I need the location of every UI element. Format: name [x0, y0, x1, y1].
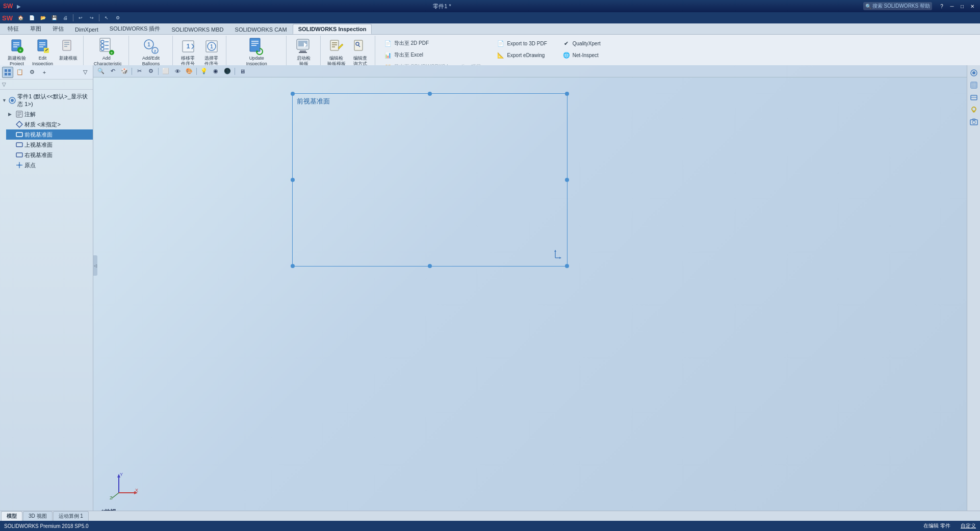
tab-sw-plugins[interactable]: SOLIDWORKS 插件: [104, 23, 166, 34]
tab-sw-cam[interactable]: SOLIDWORKS CAM: [229, 24, 293, 34]
move-seq-btn[interactable]: 1 移移零件序号: [177, 37, 199, 69]
export-edrawing-btn[interactable]: 📐 Export eDrawing: [493, 49, 550, 61]
net-inspect-btn[interactable]: 🌐 Net-Inspect: [559, 49, 604, 61]
lights-right-btn[interactable]: [968, 104, 979, 115]
annotations-item[interactable]: ▶ 注解: [6, 109, 93, 119]
origin-item[interactable]: 原点: [6, 160, 93, 170]
close-btn[interactable]: ✕: [968, 2, 977, 10]
minimize-btn[interactable]: ─: [947, 2, 957, 10]
view-toolbar: 🔍 ↶ 🎲 ✂ ⚙ ⬜ 👁 🎨 💡 ◉ 🌑 🖥: [93, 65, 967, 77]
zoom-to-fit-btn[interactable]: 🔍: [95, 66, 107, 76]
scene-right-btn[interactable]: [968, 79, 979, 91]
svg-rect-51: [5, 69, 7, 72]
tab-3d-view[interactable]: 3D 视图: [23, 511, 53, 521]
right-panel: [967, 65, 980, 521]
update-inspection-btn[interactable]: UpdateInspectionProject: [243, 37, 270, 69]
status-editing: 在编辑 零件: [923, 522, 950, 529]
new-template-label: 新建模板: [59, 56, 78, 61]
open-btn[interactable]: 📂: [38, 13, 48, 22]
cameras-right-btn[interactable]: [968, 116, 979, 127]
update-icon: [248, 38, 265, 55]
section-view-btn[interactable]: ✂: [134, 66, 145, 76]
tab-dimxpert[interactable]: DimXpert: [69, 24, 104, 34]
redo-btn[interactable]: ↪: [87, 13, 97, 22]
qa-sep-1: [73, 14, 73, 21]
handle-tc[interactable]: [428, 92, 432, 96]
tab-sw-inspection[interactable]: SOLIDWORKS Inspection: [293, 24, 372, 34]
export-3d-pdf-btn[interactable]: 📄 Export to 3D PDF: [493, 38, 550, 49]
tree-root[interactable]: ▼ 零件1 (默认<<默认>_显示状态 1>): [0, 92, 93, 109]
new-template-icon: [60, 38, 76, 55]
root-label: 零件1 (默认<<默认>_显示状态 1>): [17, 93, 91, 108]
annotations-icon: [15, 110, 23, 118]
save-btn[interactable]: 💾: [49, 13, 60, 22]
collapse-handle[interactable]: ◁: [93, 255, 97, 276]
select-seq-btn[interactable]: 1 选择零件序号: [200, 37, 223, 69]
tab-motion[interactable]: 运动算例 1: [53, 511, 89, 521]
tab-sketch[interactable]: 草图: [24, 23, 47, 34]
edit-query-icon: [352, 38, 369, 55]
handle-tl[interactable]: [291, 92, 295, 96]
features-tab-btn[interactable]: [2, 67, 13, 78]
export-2d-pdf-btn[interactable]: 📄 导出至 2D PDF: [380, 38, 485, 49]
new-btn[interactable]: 📄: [27, 13, 37, 22]
display-style-btn[interactable]: ⬜: [160, 66, 171, 76]
appearance-right-btn[interactable]: [968, 67, 979, 78]
vt-sep-2: [158, 68, 159, 75]
cursor-btn[interactable]: ↖: [101, 13, 112, 22]
print-btn[interactable]: 🖨: [61, 13, 71, 22]
config-tab-btn[interactable]: ⚙: [27, 67, 38, 78]
previous-view-btn[interactable]: ↶: [107, 66, 118, 76]
appearance-btn[interactable]: 🎨: [184, 66, 195, 76]
view-setting-btn[interactable]: ⚙: [145, 66, 157, 76]
undo-btn[interactable]: ↩: [75, 13, 86, 22]
quality-xpert-btn[interactable]: ✔ QualityXpert: [559, 38, 604, 49]
materials-label: 材质 <未指定>: [24, 121, 61, 128]
svg-rect-52: [8, 69, 11, 72]
launch-panel-btn[interactable]: 启动检验板: [291, 37, 317, 69]
handle-bl[interactable]: [291, 264, 295, 268]
display-state-btn[interactable]: 🖥: [237, 66, 248, 76]
handle-ml[interactable]: [291, 178, 295, 182]
tab-sw-mbd[interactable]: SOLIDWORKS MBD: [166, 24, 229, 34]
front-plane-item[interactable]: 前视基准面: [6, 129, 93, 140]
filter-btn[interactable]: ▽: [80, 67, 91, 78]
svg-rect-14: [64, 44, 69, 45]
edit-inspection-btn[interactable]: EditInspection: [30, 37, 56, 69]
scene-btn[interactable]: 💡: [198, 66, 210, 76]
right-plane-item[interactable]: 右视基准面: [6, 150, 93, 160]
3d-view-btn[interactable]: 🎲: [119, 66, 130, 76]
export-edrawing-label: Export eDrawing: [507, 52, 545, 58]
maximize-btn[interactable]: □: [958, 2, 967, 10]
viewport: 🔍 ↶ 🎲 ✂ ⚙ ⬜ 👁 🎨 💡 ◉ 🌑 🖥 前视基准面: [93, 65, 967, 521]
tab-features[interactable]: 特征: [2, 23, 24, 34]
tab-model[interactable]: 模型: [1, 511, 22, 521]
shadows-btn[interactable]: 🌑: [222, 66, 233, 76]
handle-br[interactable]: [565, 264, 569, 268]
handle-bc[interactable]: [428, 264, 432, 268]
add-characteristic-btn[interactable]: + AddCharacteristic: [91, 37, 122, 69]
new-inspection-btn[interactable]: + 新建检验Project: [5, 37, 29, 69]
materials-item[interactable]: 材质 <未指定>: [6, 119, 93, 129]
export-excel-btn[interactable]: 📊 导出至 Excel: [380, 49, 485, 61]
help-btn[interactable]: ?: [937, 2, 946, 10]
decals-right-btn[interactable]: [968, 92, 979, 103]
home-btn[interactable]: 🏠: [16, 13, 26, 22]
right-expand: [8, 152, 14, 157]
options-btn[interactable]: ⚙: [113, 13, 123, 22]
new-template-btn[interactable]: 新建模板: [57, 37, 80, 69]
tab-evaluate[interactable]: 评估: [47, 23, 69, 34]
annotations-expand: ▶: [8, 112, 14, 117]
property-tab-btn[interactable]: 📋: [14, 67, 25, 78]
top-plane-item[interactable]: 上视基准面: [6, 140, 93, 150]
hide-show-btn[interactable]: 👁: [172, 66, 183, 76]
add-edit-balloons-btn[interactable]: 1 2 Add/EditBalloons: [138, 37, 164, 69]
edit-query-btn[interactable]: 编辑查询方式: [349, 37, 372, 69]
edrawing-icon: 📐: [497, 51, 505, 59]
handle-mr[interactable]: [565, 178, 569, 182]
handle-tr[interactable]: [565, 92, 569, 96]
realview-btn[interactable]: ◉: [210, 66, 221, 76]
status-custom[interactable]: 自定义: [961, 522, 976, 529]
plus-tab-btn[interactable]: +: [39, 67, 50, 78]
edit-template-btn[interactable]: 编辑检验板模板: [325, 37, 348, 69]
